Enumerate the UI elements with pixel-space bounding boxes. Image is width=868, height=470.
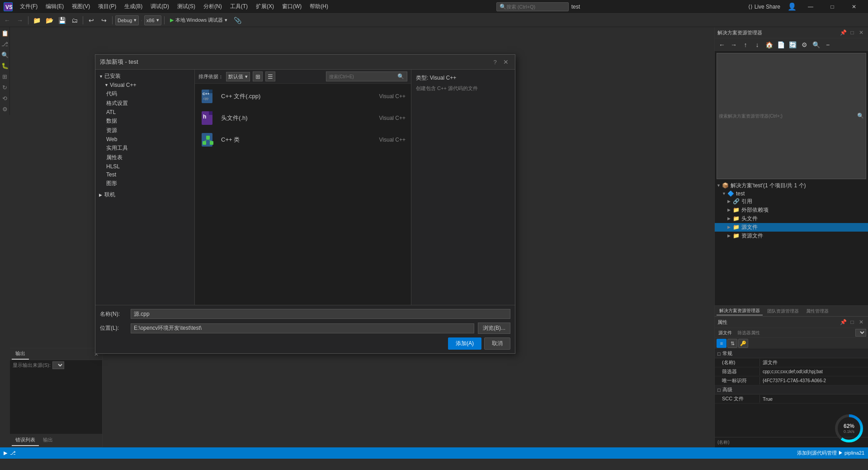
close-button[interactable]: ✕ <box>844 0 864 13</box>
menu-project[interactable]: 项目(P) <box>94 2 120 11</box>
solution-root-item[interactable]: ▼ 📦 解决方案'test'(1 个项目/共 1 个) <box>715 181 868 190</box>
config-dropdown[interactable]: Debug ▾ <box>115 15 139 25</box>
live-share-button[interactable]: ⟨⟩ Live Share <box>745 3 784 11</box>
global-search-input[interactable] <box>506 4 561 9</box>
se-toolbar-btn-2[interactable]: → <box>728 39 739 50</box>
tree-child-format[interactable]: 格式设置 <box>95 99 194 108</box>
menu-extensions[interactable]: 扩展(X) <box>252 2 278 11</box>
file-search-bar[interactable]: 🔍 <box>326 71 407 81</box>
run-button[interactable]: ▶ 本地 Windows 调试器 ▾ <box>167 16 231 24</box>
tree-child-hlsl[interactable]: HLSL <box>95 162 194 171</box>
se-toolbar-btn-3[interactable]: ↑ <box>740 39 751 50</box>
tree-child-atl[interactable]: ATL <box>95 108 194 116</box>
solution-search-bar[interactable]: 🔍 <box>717 53 866 179</box>
dialog-close-button[interactable]: ✕ <box>501 57 510 66</box>
menu-test[interactable]: 测试(S) <box>174 2 199 11</box>
name-input[interactable] <box>131 309 510 319</box>
se-toolbar-btn-4[interactable]: ↓ <box>752 39 763 50</box>
source-files-item[interactable]: ▶ 📁 源文件 <box>715 223 868 232</box>
se-pin-button[interactable]: 📌 <box>839 28 847 37</box>
tree-child-propsheet[interactable]: 属性表 <box>95 153 194 162</box>
global-search-bar[interactable]: 🔍 <box>496 2 569 11</box>
grid-view-button[interactable]: ⊞ <box>253 71 263 81</box>
maximize-button[interactable]: □ <box>822 0 843 13</box>
solution-search-input[interactable] <box>719 114 857 119</box>
menu-window[interactable]: 窗口(W) <box>278 2 305 11</box>
activity-git[interactable]: ⎇ <box>1 40 9 48</box>
location-input[interactable] <box>131 323 474 333</box>
activity-find[interactable]: 🔍 <box>1 51 9 59</box>
props-section-general[interactable]: □ 常规 <box>715 349 868 358</box>
list-view-button[interactable]: ☰ <box>265 71 275 81</box>
props-sort-btn[interactable]: ⇅ <box>727 339 737 348</box>
open-button[interactable]: 📂 <box>44 15 55 26</box>
se-tab-solution[interactable]: 解决方案资源管理器 <box>717 307 763 315</box>
cancel-button[interactable]: 取消 <box>484 337 510 350</box>
persona-icon[interactable]: 👤 <box>788 2 797 11</box>
new-project-button[interactable]: 📁 <box>31 15 42 26</box>
error-list-tab[interactable]: 错误列表 <box>12 435 39 446</box>
menu-help[interactable]: 帮助(H) <box>306 2 332 11</box>
redo-button[interactable]: ↪ <box>99 15 109 26</box>
props-section-advanced[interactable]: □ 高级 <box>715 385 868 394</box>
visual-cpp-tree-item[interactable]: ▼ Visual C++ <box>95 81 194 89</box>
save-all-button[interactable]: 🗂 <box>69 15 80 26</box>
undo-button[interactable]: ↩ <box>86 15 97 26</box>
attach-button[interactable]: 📎 <box>232 15 243 26</box>
props-pin-button[interactable]: 📌 <box>839 318 847 326</box>
menu-build[interactable]: 生成(B) <box>121 2 146 11</box>
resource-files-item[interactable]: ▶ 📁 资源文件 <box>715 232 868 240</box>
se-toolbar-btn-8[interactable]: ⚙ <box>799 39 810 50</box>
activity-refresh[interactable]: ⟲ <box>1 94 9 102</box>
output-tab-bottom[interactable]: 输出 <box>39 435 57 446</box>
browse-button[interactable]: 浏览(B)... <box>478 323 510 334</box>
se-toolbar-btn-7[interactable]: 🔄 <box>787 39 798 50</box>
add-button[interactable]: 添加(A) <box>448 337 481 350</box>
network-tree-item[interactable]: ▶ 联机 <box>95 190 194 199</box>
forward-button[interactable]: → <box>14 15 25 26</box>
output-tab[interactable]: 输出 <box>12 348 29 360</box>
props-float-button[interactable]: □ <box>848 318 856 326</box>
file-item-cpp[interactable]: C++ .cpp C++ 文件(.cpp) Visual C++ <box>195 85 411 107</box>
props-close-button[interactable]: ✕ <box>857 318 865 326</box>
tree-child-test[interactable]: Test <box>95 171 194 179</box>
se-float-button[interactable]: □ <box>848 28 856 37</box>
menu-debug[interactable]: 调试(D) <box>147 2 173 11</box>
installed-tree-item[interactable]: ▼ 已安装 <box>95 71 194 81</box>
save-button[interactable]: 💾 <box>57 15 67 26</box>
activity-extensions[interactable]: ⊞ <box>1 72 9 81</box>
menu-edit[interactable]: 编辑(E) <box>42 2 67 11</box>
se-toolbar-btn-9[interactable]: 🔍 <box>811 39 821 50</box>
sort-dropdown[interactable]: 默认值 ▾ <box>226 72 250 81</box>
project-item[interactable]: ▼ 🔷 test <box>715 190 868 197</box>
props-key-btn[interactable]: 🔑 <box>738 339 748 348</box>
output-source-select[interactable] <box>52 361 64 369</box>
tree-child-graphics[interactable]: 图形 <box>95 179 194 188</box>
tree-child-web[interactable]: Web <box>95 135 194 143</box>
external-deps-item[interactable]: ▶ 📁 外部依赖项 <box>715 206 868 214</box>
dialog-help-button[interactable]: ? <box>491 57 500 66</box>
tree-child-code[interactable]: 代码 <box>95 89 194 99</box>
file-item-h[interactable]: h 头文件(.h) Visual C++ <box>195 107 411 129</box>
tree-child-data[interactable]: 数据 <box>95 116 194 126</box>
file-item-class[interactable]: C++ 类 Visual C++ <box>195 129 411 151</box>
props-category-btn[interactable]: ≡ <box>717 339 726 348</box>
props-tab-filter[interactable]: 筛选器属性 <box>736 329 762 337</box>
menu-analyze[interactable]: 分析(N) <box>200 2 226 11</box>
menu-tools[interactable]: 工具(T) <box>226 2 251 11</box>
menu-file[interactable]: 文件(F) <box>16 2 41 11</box>
file-search-input[interactable] <box>329 74 397 79</box>
se-toolbar-btn-1[interactable]: ← <box>717 39 727 50</box>
se-tab-team[interactable]: 团队资源管理器 <box>764 307 802 315</box>
props-dropdown[interactable] <box>855 329 866 337</box>
activity-solution-explorer[interactable]: 📋 <box>1 29 9 37</box>
se-toolbar-btn-5[interactable]: 🏠 <box>764 39 774 50</box>
se-close-button[interactable]: ✕ <box>857 28 865 37</box>
tree-child-resource[interactable]: 资源 <box>95 126 194 135</box>
se-tab-props-manager[interactable]: 属性管理器 <box>803 307 831 315</box>
props-tab-source[interactable]: 源文件 <box>717 329 734 337</box>
references-item[interactable]: ▶ 🔗 引用 <box>715 197 868 206</box>
platform-dropdown[interactable]: x86 ▾ <box>144 15 161 25</box>
back-button[interactable]: ← <box>2 15 13 26</box>
tree-child-utility[interactable]: 实用工具 <box>95 143 194 153</box>
